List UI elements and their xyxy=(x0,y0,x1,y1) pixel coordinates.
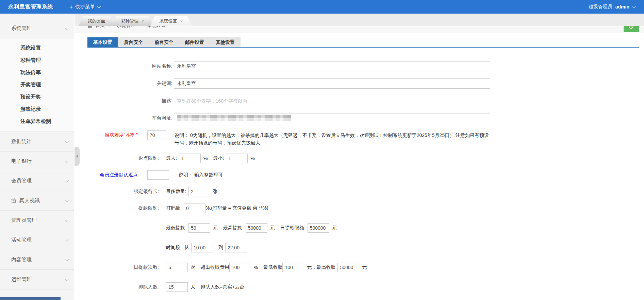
queue-input[interactable] xyxy=(166,282,188,292)
site-url-row: 前台网址: xyxy=(87,113,639,123)
queue-row: 排队人数: 人 排队人数=真实+后台 xyxy=(87,282,639,292)
keywords-input[interactable] xyxy=(174,78,490,89)
sidebar-item-preset-draw[interactable]: 预设开奖 xyxy=(0,91,74,103)
chevron-down-icon xyxy=(65,257,69,261)
sidebar-group-statistics[interactable]: 数据统计 xyxy=(0,132,74,151)
tab-my-desktop[interactable]: 我的桌面 xyxy=(79,16,115,26)
daily-counts-row: 日提款次数: 次 超出收取费用 % 最低收取 元，最高收取 元 xyxy=(87,263,639,272)
redacted-site-url xyxy=(177,115,291,121)
bank-card-count-label: 最多数量: xyxy=(166,189,186,195)
sidebar-group-ebank[interactable]: 电子银行 xyxy=(0,152,74,171)
unit-yuan: 元 xyxy=(270,225,275,231)
breadcrumb-bar: 首页 〉 系统管理 〉 系统设置 ⟳ xyxy=(75,26,644,33)
daily-counts-input[interactable] xyxy=(166,263,188,272)
excess-fee-input[interactable] xyxy=(229,263,251,272)
chevron-down-icon xyxy=(65,159,69,162)
default-rebate-link[interactable]: 会员注册默认返点 xyxy=(87,172,138,178)
max-withdraw-label: 最高提款: xyxy=(223,225,244,231)
percent-unit: % xyxy=(254,265,258,270)
sidebar-group-label: 运维管理 xyxy=(11,276,32,283)
unit-zhang: 张 xyxy=(213,189,218,195)
tab-other-settings[interactable]: 其他设置 xyxy=(210,37,241,47)
gift-icon xyxy=(11,198,16,203)
user-role: 超级管理员 xyxy=(589,4,612,10)
tab-frontend-security[interactable]: 前台安全 xyxy=(149,37,179,47)
sidebar-group-activities[interactable]: 活动管理 xyxy=(0,230,74,250)
tab-mail-settings[interactable]: 邮件设置 xyxy=(179,37,210,47)
tab-backend-security[interactable]: 后台安全 xyxy=(118,37,149,47)
unit-ren: 人 xyxy=(191,284,195,290)
default-rebate-row: 会员注册默认返点 说明： 输入整数即可 xyxy=(87,170,639,180)
time-to-input[interactable] xyxy=(225,243,247,252)
difficulty-label: 游戏难度“胜率 ” xyxy=(87,130,138,138)
description-row: 描述: xyxy=(87,96,639,106)
turnover-input[interactable] xyxy=(184,204,205,213)
tab-system-settings[interactable]: 系统设置 × xyxy=(150,16,192,26)
sidebar-group-content[interactable]: 内容管理 xyxy=(0,250,74,269)
daily-counts-label: 日提款次数: xyxy=(87,264,159,270)
window-tab-bar: 我的桌面 彩种管理 × 系统设置 × xyxy=(75,14,644,26)
sidebar-collapse-handle[interactable] xyxy=(75,147,80,166)
chevron-down-icon xyxy=(65,198,69,202)
tab-label: 系统设置 xyxy=(160,18,177,24)
turnover-suffix: %,(打码量 = 充值金额 乘 **%) xyxy=(205,205,268,211)
rebate-max-input[interactable] xyxy=(179,154,201,163)
bank-card-count-input[interactable] xyxy=(188,187,210,196)
sidebar-item-system-settings[interactable]: 系统设置 xyxy=(0,42,74,54)
sidebar-item-play-odds[interactable]: 玩法倍率 xyxy=(0,66,74,78)
sidebar: 系统管理 系统设置 彩种管理 玩法倍率 开奖管理 预设开奖 游戏记录 注单异常检… xyxy=(0,14,74,300)
max-withdraw-input[interactable] xyxy=(246,223,267,233)
sidebar-group-label: 电子银行 xyxy=(11,158,32,164)
sidebar-group-label: 数据统计 xyxy=(11,138,32,145)
time-from-label: 从 xyxy=(184,245,189,251)
sidebar-group-operations[interactable]: 运维管理 xyxy=(0,270,74,289)
main-area: 我的桌面 彩种管理 × 系统设置 × 首页 〉 系统管理 〉 系统设置 ⟳ xyxy=(75,14,644,300)
close-icon[interactable]: × xyxy=(180,19,183,23)
sidebar-group-members[interactable]: 会员管理 xyxy=(0,171,74,191)
sidebar-group-label: 管理员管理 xyxy=(11,217,37,224)
sidebar-submenu: 系统设置 彩种管理 玩法倍率 开奖管理 预设开奖 游戏记录 注单异常检测 xyxy=(0,38,74,132)
site-url-label: 前台网址: xyxy=(87,115,172,121)
max-fee-input[interactable] xyxy=(337,263,359,272)
daily-limit-input[interactable] xyxy=(308,223,329,233)
keywords-label: 关键词: xyxy=(87,81,172,87)
site-url-input[interactable] xyxy=(174,113,490,123)
daily-limit-label: 日提款限额: xyxy=(280,225,306,231)
user-menu[interactable]: 超级管理员 admin xyxy=(589,4,635,10)
description-input[interactable] xyxy=(174,96,490,106)
chevron-down-icon xyxy=(65,26,69,30)
sidebar-group-admins[interactable]: 管理员管理 xyxy=(0,211,74,230)
bank-card-row: 绑定银行卡: 最多数量: 张 xyxy=(87,187,639,196)
sidebar-group-system[interactable]: 系统管理 xyxy=(0,19,74,38)
sidebar-item-lottery-management[interactable]: 彩种管理 xyxy=(0,54,74,66)
sidebar-group-label: 系统管理 xyxy=(11,25,32,32)
close-icon[interactable]: × xyxy=(142,19,144,23)
difficulty-row: 游戏难度“胜率 ” 说明： 0为随机，设置的越大，被杀掉的几率越大（无延迟，不卡… xyxy=(87,130,639,146)
min-fee-input[interactable] xyxy=(282,263,304,272)
withdraw-limit-row: 提款限制: 打码量: %,(打码量 = 充值金额 乘 **%) xyxy=(87,204,639,213)
sidebar-item-game-records[interactable]: 游戏记录 xyxy=(0,103,74,115)
tab-basic-settings[interactable]: 基本设置 xyxy=(87,37,118,47)
quick-menu-label: 快捷菜单 xyxy=(75,4,95,10)
collapse-arrow-icon xyxy=(76,155,78,158)
difficulty-input[interactable] xyxy=(147,130,166,140)
time-from-input[interactable] xyxy=(191,243,213,252)
description-label: 描述: xyxy=(87,98,172,104)
chevron-down-icon xyxy=(65,237,69,241)
site-name-input[interactable] xyxy=(174,61,490,71)
min-withdraw-input[interactable] xyxy=(188,223,210,233)
difficulty-note: 说明： 0为随机，设置的越大，被杀掉的几率越大（无延迟，不卡奖，设置后立马生效，… xyxy=(175,131,489,146)
unit-yuan: 元 xyxy=(362,264,367,270)
rebate-min-input[interactable] xyxy=(226,154,248,163)
sidebar-item-bet-anomaly[interactable]: 注单异常检测 xyxy=(0,115,74,127)
queue-note: 排队人数=真实+后台 xyxy=(201,284,244,290)
sidebar-group-label: 会员管理 xyxy=(11,178,32,184)
chevron-down-icon xyxy=(65,218,69,222)
withdraw-limit-label: 提款限制: xyxy=(87,205,159,211)
sidebar-group-live-video[interactable]: 真人视讯 xyxy=(0,191,74,210)
tab-lottery-management[interactable]: 彩种管理 × xyxy=(112,16,153,26)
sidebar-item-draw-management[interactable]: 开奖管理 xyxy=(0,78,74,91)
rebate-limit-row: 返点限制: 最大: % 最小: % xyxy=(87,154,639,163)
default-rebate-input[interactable] xyxy=(147,170,169,180)
quick-menu-button[interactable]: + 快捷菜单 xyxy=(69,4,100,10)
